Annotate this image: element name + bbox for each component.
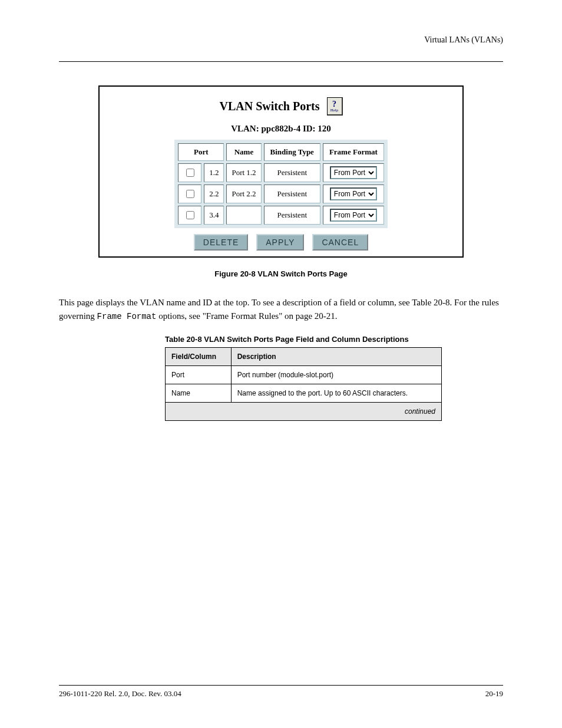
cell-name (226, 206, 261, 225)
table-caption: Table 20-8 VLAN Switch Ports Page Field … (165, 335, 503, 344)
desc-col-desc: Description (231, 347, 441, 365)
table-row: 3.4 Persistent From Port (178, 206, 384, 225)
table-reference-link[interactable]: Table 20-8 (412, 298, 449, 307)
figure-vlan-switch-ports: VLAN Switch Ports ? Help VLAN: ppc882b-4… (98, 85, 464, 258)
cell-port: 2.2 (204, 185, 224, 203)
cell-binding: Persistent (264, 163, 320, 182)
vlan-ports-table: Port Name Binding Type Frame Format 1.2 … (174, 140, 388, 228)
table-row: 1.2 Port 1.2 Persistent From Port (178, 163, 384, 182)
header-rule (59, 61, 503, 62)
frame-format-select[interactable]: From Port (330, 166, 377, 179)
cancel-button[interactable]: CANCEL (312, 234, 368, 251)
footer-doc-id: 296-1011-220 Rel. 2.0, Doc. Rev. 03.04 (59, 689, 181, 699)
footer-page-number: 20-19 (485, 689, 503, 699)
cell-port: 1.2 (204, 163, 224, 182)
col-header-port: Port (178, 143, 224, 161)
row-checkbox[interactable] (186, 211, 194, 219)
page-footer: 296-1011-220 Rel. 2.0, Doc. Rev. 03.04 2… (59, 685, 503, 699)
col-header-name: Name (226, 143, 261, 161)
help-icon[interactable]: ? Help (327, 97, 343, 116)
header-section-title: Virtual LANs (VLANs) (59, 35, 503, 45)
cell-port: 3.4 (204, 206, 224, 225)
apply-button[interactable]: APPLY (256, 234, 304, 251)
cell-binding: Persistent (264, 185, 320, 203)
row-checkbox[interactable] (186, 169, 194, 177)
row-checkbox[interactable] (186, 190, 194, 198)
figure-subtitle: VLAN: ppc882b-4 ID: 120 (105, 124, 457, 134)
delete-button[interactable]: DELETE (194, 234, 248, 251)
cell-name: Port 1.2 (226, 163, 261, 182)
table-row: Name Name assigned to the port. Up to 60… (166, 384, 442, 402)
body-paragraph: This page displays the VLAN name and ID … (59, 296, 503, 323)
cell-name: Port 2.2 (226, 185, 261, 203)
table-continued-row: continued (166, 402, 442, 420)
code-text: Frame Format (97, 312, 157, 321)
description-table: Field/Column Description Port Port numbe… (165, 347, 442, 421)
frame-format-select[interactable]: From Port (330, 187, 377, 200)
table-row: 2.2 Port 2.2 Persistent From Port (178, 185, 384, 203)
figure-caption: Figure 20-8 VLAN Switch Ports Page (59, 269, 503, 278)
figure-title: VLAN Switch Ports (220, 100, 320, 113)
table-row: Port Port number (module-slot.port) (166, 365, 442, 384)
desc-col-field: Field/Column (166, 347, 232, 365)
cell-binding: Persistent (264, 206, 320, 225)
col-header-frame: Frame Format (323, 143, 384, 161)
frame-format-select[interactable]: From Port (330, 209, 377, 222)
col-header-binding: Binding Type (264, 143, 320, 161)
